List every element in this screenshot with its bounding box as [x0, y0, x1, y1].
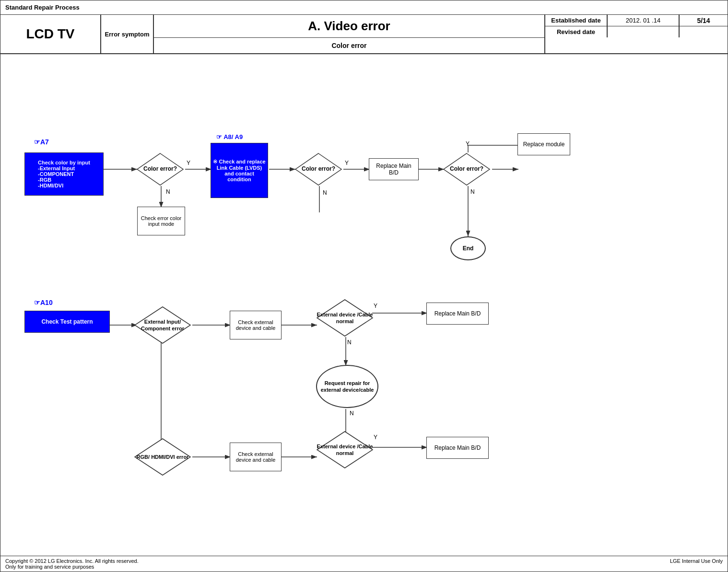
color-error-diamond-1: Color error?: [136, 152, 184, 186]
flow-container: ☞A7 Check color by input-External Input-…: [10, 64, 718, 543]
replace-module-box: Replace module: [517, 133, 570, 155]
sub-category: Color error: [154, 38, 544, 53]
ref-a8-a9: ☞ A8/ A9: [216, 133, 243, 140]
check-external-1-box: Check external device and cable: [230, 311, 282, 339]
standard-repair-title: Standard Repair Process: [0, 2, 84, 13]
header-main: LCD TV Error symptom A. Video error Colo…: [0, 15, 728, 53]
check-error-color-box: Check error color input mode: [137, 207, 185, 235]
check-link-cable-box: ※ Check and replace Link Cable (LVDS) an…: [211, 143, 268, 198]
color-error-2-label: Color error?: [302, 165, 335, 173]
page-number: 5/14: [680, 15, 728, 26]
ext-cable-1-diamond: External device /Cable normal: [316, 299, 374, 337]
established-date-row: Established date 2012. 01 .14 5/14: [545, 15, 728, 26]
n-label-4: N: [347, 339, 352, 346]
y-label-3: Y: [466, 140, 470, 147]
replace-main-bd-2: Replace Main B/D: [426, 303, 489, 325]
ref-a10: ☞A10: [34, 299, 53, 306]
color-error-3-label: Color error?: [450, 165, 483, 173]
page-num-bottom: [680, 26, 728, 37]
ext-cable-1-label: External device /Cable normal: [316, 311, 374, 325]
replace-main-bd-1: Replace Main B/D: [369, 158, 419, 180]
n-label-5: N: [350, 410, 354, 417]
check-error-color-text: Check error color input mode: [140, 215, 183, 227]
ext-cable-2-label: External device /Cable normal: [316, 443, 374, 457]
external-input-diamond: External Input/ Component error: [134, 306, 191, 344]
revised-date-row: Revised date: [545, 26, 728, 37]
device-label: LCD TV: [0, 15, 101, 53]
y-label-4: Y: [374, 303, 377, 309]
header-middle: A. Video error Color error: [154, 15, 545, 53]
y-label-2: Y: [345, 160, 349, 166]
check-external-1-text: Check external device and cable: [232, 319, 279, 331]
color-error-1-label: Color error?: [143, 165, 177, 173]
main-category: A. Video error: [154, 15, 544, 38]
check-external-2-text: Check external device and cable: [232, 451, 279, 463]
replace-bd-2-text: Replace Main B/D: [434, 310, 481, 317]
replace-bd-3-text: Replace Main B/D: [434, 444, 481, 451]
established-date-value: 2012. 01 .14: [608, 15, 680, 26]
replace-bd-1-text: Replace Main B/D: [371, 163, 416, 176]
replace-main-bd-3: Replace Main B/D: [426, 437, 489, 459]
page-wrapper: Standard Repair Process LCD TV Error sym…: [0, 0, 728, 572]
n-label-2: N: [323, 189, 327, 196]
check-test-pattern-box: Check Test pattern: [24, 311, 110, 333]
end-oval: End: [450, 236, 486, 260]
footer-right: LGE Internal Use Only: [670, 558, 723, 570]
request-repair-text: Request repair for external device/cable: [317, 378, 377, 396]
request-repair-oval: Request repair for external device/cable: [316, 365, 378, 408]
footer-left-line2: Only for training and service purposes: [5, 564, 139, 570]
established-date-label: Established date: [545, 15, 608, 26]
end-label: End: [463, 245, 474, 252]
footer: Copyright © 2012 LG Electronics. Inc. Al…: [0, 556, 728, 572]
external-input-label: External Input/ Component error: [134, 318, 191, 332]
check-test-pattern-text: Check Test pattern: [41, 318, 93, 325]
footer-left-line1: Copyright © 2012 LG Electronics. Inc. Al…: [5, 558, 139, 564]
header-top: Standard Repair Process: [0, 0, 728, 15]
rgb-hdmi-diamond: RGB/ HDMI/DVI error: [134, 438, 191, 476]
footer-left: Copyright © 2012 LG Electronics. Inc. Al…: [5, 558, 139, 570]
color-error-diamond-2: Color error?: [294, 152, 342, 186]
header-right: Established date 2012. 01 .14 5/14 Revis…: [545, 15, 728, 53]
color-error-diamond-3: Color error?: [443, 152, 491, 186]
check-external-2-box: Check external device and cable: [230, 443, 282, 471]
check-color-box: Check color by input-External Input-COMP…: [24, 152, 104, 196]
n-label-3: N: [470, 188, 475, 195]
ref-a7: ☞A7: [34, 138, 49, 146]
y-label-1: Y: [187, 160, 190, 166]
ext-cable-2-diamond: External device /Cable normal: [316, 431, 374, 469]
revised-date-value: [608, 26, 680, 37]
error-symptom-label: Error symptom: [101, 15, 154, 53]
n-label-1: N: [166, 188, 170, 195]
check-link-text: ※ Check and replace Link Cable (LVDS) an…: [213, 159, 266, 182]
diagram-area: ☞A7 Check color by input-External Input-…: [0, 54, 728, 556]
rgb-hdmi-label: RGB/ HDMI/DVI error: [137, 454, 189, 460]
replace-module-text: Replace module: [523, 141, 565, 148]
check-color-text: Check color by input-External Input-COMP…: [38, 160, 90, 188]
revised-date-label: Revised date: [545, 26, 608, 37]
y-label-5: Y: [374, 434, 377, 441]
header: Standard Repair Process LCD TV Error sym…: [0, 0, 728, 54]
